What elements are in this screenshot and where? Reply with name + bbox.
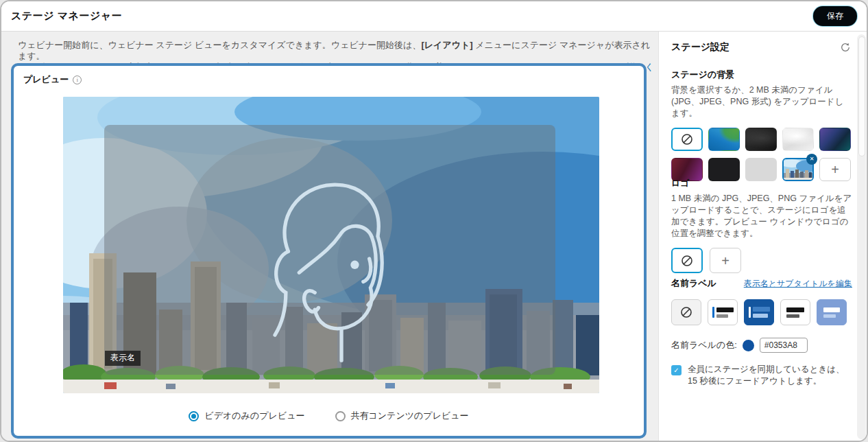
name-label-style-row	[671, 299, 852, 325]
background-none-swatch[interactable]	[671, 128, 703, 151]
name-label-style-accent-light[interactable]	[708, 299, 738, 325]
info-line1-text: ウェビナー開始前に、ウェビナー ステージ ビューをカスタマイズできます。ウェビナ…	[18, 40, 421, 50]
preview-mode-radios: ビデオのみのプレビュー 共有コンテンツのプレビュー	[14, 410, 644, 422]
name-label-color-row: 名前ラベルの色:	[671, 338, 852, 353]
remove-background-icon[interactable]: ✕	[806, 154, 817, 165]
accent-bar	[749, 307, 751, 318]
video-preview-overlay[interactable]: 表示名	[104, 125, 555, 375]
radio-shared-content[interactable]: 共有コンテンツのプレビュー	[335, 410, 469, 422]
radio-video-only[interactable]: ビデオのみのプレビュー	[189, 410, 304, 422]
name-label-style-translucent[interactable]	[817, 299, 847, 325]
info-icon[interactable]: i	[73, 75, 82, 84]
page-title: ステージ マネージャー	[11, 10, 122, 23]
name-bar	[786, 307, 804, 312]
radio-video-only-label: ビデオのみのプレビュー	[204, 410, 304, 422]
background-swatch-grid: ✕ +	[671, 128, 851, 181]
none-icon	[681, 255, 693, 267]
background-swatch-purple-teal[interactable]	[819, 128, 851, 151]
preview-title: プレビュー	[23, 73, 69, 86]
color-hex-input[interactable]	[760, 338, 808, 353]
sync-checkbox-label: 全員にステージを同期しているときは、15 秒後にフェードアウトします。	[688, 364, 851, 387]
background-section: ステージの背景 背景を選択するか、2 MB 未満のファイル (JPG、JPEG、…	[671, 69, 851, 181]
preview-header: プレビュー i	[23, 73, 82, 86]
color-swatch-dot[interactable]	[743, 340, 754, 351]
name-bar	[823, 307, 840, 312]
name-bar	[716, 307, 734, 312]
name-label-title: 名前ラベル	[671, 277, 716, 290]
subtitle-bar	[823, 314, 836, 318]
logo-none-swatch[interactable]	[671, 248, 703, 273]
name-label-style-blue-selected[interactable]	[744, 299, 774, 325]
radio-shared-content-label: 共有コンテンツのプレビュー	[351, 410, 469, 422]
sync-checkbox-checked[interactable]: ✓	[671, 365, 682, 375]
panel-scrollbar-track[interactable]	[857, 34, 866, 439]
name-bar	[753, 307, 770, 312]
logo-section: ロゴ 1 MB 未満の JPG、JPEG、PNG ファイルをアップロードすること…	[671, 177, 854, 273]
stage-background-image: 表示名	[63, 97, 599, 393]
name-label-section: 名前ラベル 表示名とサブタイトルを編集	[671, 277, 852, 387]
name-label-none-swatch[interactable]	[671, 299, 701, 325]
background-description: 背景を選択するか、2 MB 未満のファイル (JPG、JPEG、PNG 形式) …	[671, 84, 851, 119]
preview-panel: プレビュー i	[11, 63, 647, 439]
refresh-icon[interactable]	[840, 42, 851, 53]
header-bar: ステージ マネージャー 保存	[1, 1, 867, 32]
plus-icon: +	[831, 163, 839, 176]
subtitle-bar	[753, 314, 768, 318]
panel-scrollbar-thumb[interactable]	[858, 36, 865, 156]
subtitle-bar	[786, 314, 799, 318]
subtitle-bar	[716, 314, 728, 318]
display-name-tag[interactable]: 表示名	[105, 351, 141, 366]
background-swatch-dark-wave[interactable]	[745, 128, 777, 151]
logo-swatch-row: +	[671, 248, 854, 273]
logo-description: 1 MB 未満の JPG、JPEG、PNG ファイルをアップロードすることで、ス…	[671, 193, 854, 240]
stage-manager-window: ステージ マネージャー 保存 ウェビナー開始前に、ウェビナー ステージ ビューを…	[0, 0, 868, 442]
info-line-1: ウェビナー開始前に、ウェビナー ステージ ビューをカスタマイズできます。ウェビナ…	[18, 40, 658, 62]
background-title: ステージの背景	[671, 69, 851, 81]
sync-fade-row: ✓ 全員にステージを同期しているときは、15 秒後にフェードアウトします。	[671, 364, 851, 387]
save-button[interactable]: 保存	[813, 6, 857, 26]
none-icon	[681, 133, 693, 146]
background-swatch-light-silk[interactable]	[782, 128, 814, 151]
radio-selected-icon[interactable]	[189, 411, 199, 421]
logo-upload-button[interactable]: +	[710, 248, 741, 273]
plus-icon: +	[721, 254, 730, 268]
logo-title: ロゴ	[671, 177, 854, 189]
color-label: 名前ラベルの色:	[671, 339, 737, 351]
settings-title: ステージ設定	[671, 41, 730, 54]
stage-settings-panel: ステージ設定 ステージの背景 背景を選択するか、2 MB 未満のファイル (JP…	[658, 32, 868, 442]
avatar-placeholder-icon	[240, 161, 413, 367]
none-icon	[680, 306, 692, 318]
edit-display-name-link[interactable]: 表示名とサブタイトルを編集	[744, 278, 852, 290]
radio-unselected-icon[interactable]	[335, 411, 346, 421]
background-swatch-blue-green[interactable]	[708, 128, 740, 151]
layout-menu-keyword: [レイアウト]	[421, 40, 472, 50]
accent-bar	[712, 307, 714, 318]
name-label-style-plain-light[interactable]	[780, 299, 810, 325]
